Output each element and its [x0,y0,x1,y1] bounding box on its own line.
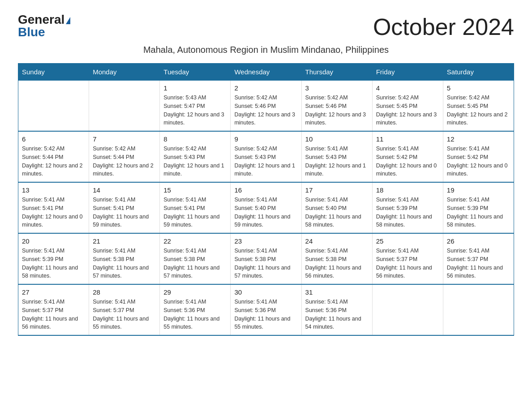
calendar-week-4: 20Sunrise: 5:41 AMSunset: 5:39 PMDayligh… [18,233,514,284]
day-info: Sunrise: 5:41 AMSunset: 5:37 PMDaylight:… [447,247,510,280]
calendar-week-3: 13Sunrise: 5:41 AMSunset: 5:41 PMDayligh… [18,182,514,233]
day-info: Sunrise: 5:42 AMSunset: 5:43 PMDaylight:… [163,145,227,178]
day-info: Sunrise: 5:42 AMSunset: 5:44 PMDaylight:… [22,145,85,178]
calendar-cell: 9Sunrise: 5:42 AMSunset: 5:43 PMDaylight… [231,131,301,182]
day-number: 13 [22,186,85,194]
header-day-friday: Friday [372,64,443,81]
day-info: Sunrise: 5:42 AMSunset: 5:45 PMDaylight:… [376,94,439,127]
calendar-cell: 22Sunrise: 5:41 AMSunset: 5:38 PMDayligh… [160,233,231,284]
calendar-cell [89,81,160,132]
day-info: Sunrise: 5:41 AMSunset: 5:38 PMDaylight:… [305,247,369,280]
header-day-monday: Monday [89,64,160,81]
day-number: 15 [163,186,227,194]
calendar-cell: 29Sunrise: 5:41 AMSunset: 5:36 PMDayligh… [160,284,231,335]
day-number: 29 [163,288,227,296]
day-number: 16 [234,186,297,194]
day-number: 23 [234,237,297,245]
calendar-cell: 5Sunrise: 5:42 AMSunset: 5:45 PMDaylight… [443,81,514,132]
header-day-saturday: Saturday [443,64,514,81]
page-title: October 2024 [373,13,514,40]
calendar-cell: 6Sunrise: 5:42 AMSunset: 5:44 PMDaylight… [18,131,89,182]
day-number: 31 [305,288,369,296]
calendar-cell [443,284,514,335]
calendar-cell: 13Sunrise: 5:41 AMSunset: 5:41 PMDayligh… [18,182,89,233]
day-info: Sunrise: 5:41 AMSunset: 5:40 PMDaylight:… [234,196,297,229]
calendar-cell: 18Sunrise: 5:41 AMSunset: 5:39 PMDayligh… [372,182,443,233]
day-number: 8 [163,135,227,143]
calendar-cell: 21Sunrise: 5:41 AMSunset: 5:38 PMDayligh… [89,233,160,284]
calendar-cell [18,81,89,132]
day-info: Sunrise: 5:42 AMSunset: 5:46 PMDaylight:… [305,94,369,127]
day-number: 19 [447,186,510,194]
header: General Blue October 2024 [18,13,514,40]
day-number: 12 [447,135,510,143]
day-number: 11 [376,135,439,143]
day-info: Sunrise: 5:41 AMSunset: 5:36 PMDaylight:… [234,298,297,331]
calendar-cell: 14Sunrise: 5:41 AMSunset: 5:41 PMDayligh… [89,182,160,233]
calendar-cell: 1Sunrise: 5:43 AMSunset: 5:47 PMDaylight… [160,81,231,132]
logo-blue-text: Blue [18,26,45,39]
header-day-thursday: Thursday [301,64,372,81]
day-info: Sunrise: 5:41 AMSunset: 5:41 PMDaylight:… [93,196,156,229]
day-info: Sunrise: 5:41 AMSunset: 5:38 PMDaylight:… [93,247,156,280]
day-info: Sunrise: 5:41 AMSunset: 5:41 PMDaylight:… [22,196,85,229]
calendar-cell: 24Sunrise: 5:41 AMSunset: 5:38 PMDayligh… [301,233,372,284]
calendar-cell: 7Sunrise: 5:42 AMSunset: 5:44 PMDaylight… [89,131,160,182]
day-number: 4 [376,84,439,92]
day-number: 2 [234,84,297,92]
day-info: Sunrise: 5:41 AMSunset: 5:39 PMDaylight:… [376,196,439,229]
calendar-cell: 28Sunrise: 5:41 AMSunset: 5:37 PMDayligh… [89,284,160,335]
calendar-cell: 4Sunrise: 5:42 AMSunset: 5:45 PMDaylight… [372,81,443,132]
calendar-cell: 3Sunrise: 5:42 AMSunset: 5:46 PMDaylight… [301,81,372,132]
day-info: Sunrise: 5:42 AMSunset: 5:44 PMDaylight:… [93,145,156,178]
day-number: 24 [305,237,369,245]
day-number: 26 [447,237,510,245]
day-info: Sunrise: 5:41 AMSunset: 5:40 PMDaylight:… [305,196,369,229]
day-info: Sunrise: 5:41 AMSunset: 5:36 PMDaylight:… [305,298,369,331]
day-info: Sunrise: 5:41 AMSunset: 5:37 PMDaylight:… [93,298,156,331]
calendar-week-5: 27Sunrise: 5:41 AMSunset: 5:37 PMDayligh… [18,284,514,335]
calendar-week-1: 1Sunrise: 5:43 AMSunset: 5:47 PMDaylight… [18,81,514,132]
calendar-cell: 2Sunrise: 5:42 AMSunset: 5:46 PMDaylight… [231,81,301,132]
day-info: Sunrise: 5:42 AMSunset: 5:43 PMDaylight:… [234,145,297,178]
calendar-cell: 30Sunrise: 5:41 AMSunset: 5:36 PMDayligh… [231,284,301,335]
day-number: 6 [22,135,85,143]
calendar-cell: 10Sunrise: 5:41 AMSunset: 5:43 PMDayligh… [301,131,372,182]
calendar-cell: 16Sunrise: 5:41 AMSunset: 5:40 PMDayligh… [231,182,301,233]
day-number: 10 [305,135,369,143]
calendar-cell: 11Sunrise: 5:41 AMSunset: 5:42 PMDayligh… [372,131,443,182]
header-day-sunday: Sunday [18,64,89,81]
day-info: Sunrise: 5:41 AMSunset: 5:42 PMDaylight:… [447,145,510,178]
day-number: 21 [93,237,156,245]
day-number: 17 [305,186,369,194]
calendar-cell: 17Sunrise: 5:41 AMSunset: 5:40 PMDayligh… [301,182,372,233]
day-number: 7 [93,135,156,143]
calendar-header: SundayMondayTuesdayWednesdayThursdayFrid… [18,64,514,81]
day-info: Sunrise: 5:41 AMSunset: 5:38 PMDaylight:… [234,247,297,280]
calendar-cell [372,284,443,335]
day-info: Sunrise: 5:42 AMSunset: 5:46 PMDaylight:… [234,94,297,127]
day-info: Sunrise: 5:41 AMSunset: 5:37 PMDaylight:… [22,298,85,331]
calendar-cell: 15Sunrise: 5:41 AMSunset: 5:41 PMDayligh… [160,182,231,233]
calendar-cell: 8Sunrise: 5:42 AMSunset: 5:43 PMDaylight… [160,131,231,182]
calendar-cell: 19Sunrise: 5:41 AMSunset: 5:39 PMDayligh… [443,182,514,233]
day-number: 28 [93,288,156,296]
day-info: Sunrise: 5:43 AMSunset: 5:47 PMDaylight:… [163,94,227,127]
header-row: SundayMondayTuesdayWednesdayThursdayFrid… [18,64,514,81]
day-info: Sunrise: 5:41 AMSunset: 5:38 PMDaylight:… [163,247,227,280]
day-number: 22 [163,237,227,245]
day-number: 3 [305,84,369,92]
day-info: Sunrise: 5:41 AMSunset: 5:39 PMDaylight:… [447,196,510,229]
calendar-cell: 12Sunrise: 5:41 AMSunset: 5:42 PMDayligh… [443,131,514,182]
day-number: 5 [447,84,510,92]
calendar-body: 1Sunrise: 5:43 AMSunset: 5:47 PMDaylight… [18,81,514,336]
day-number: 27 [22,288,85,296]
header-day-wednesday: Wednesday [231,64,301,81]
day-number: 14 [93,186,156,194]
calendar-table: SundayMondayTuesdayWednesdayThursdayFrid… [18,63,514,336]
logo: General Blue [18,13,70,39]
day-info: Sunrise: 5:41 AMSunset: 5:42 PMDaylight:… [376,145,439,178]
calendar-cell: 25Sunrise: 5:41 AMSunset: 5:37 PMDayligh… [372,233,443,284]
logo-general-text: General [18,13,70,26]
day-number: 25 [376,237,439,245]
